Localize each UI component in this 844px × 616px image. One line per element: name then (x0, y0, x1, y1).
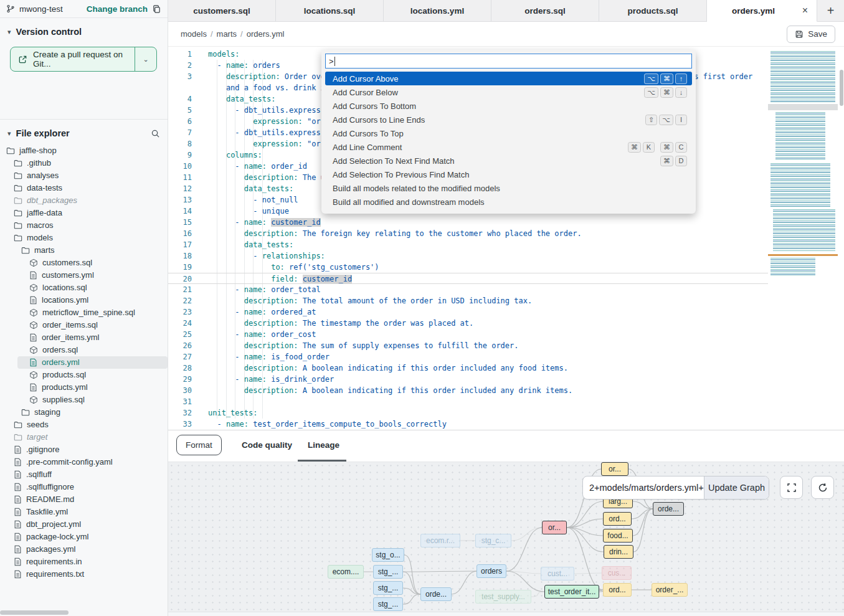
graph-node-stg_o[interactable]: stg_o... (372, 548, 404, 562)
code-line-23[interactable]: 23 - name: ordered_at (168, 306, 768, 318)
folder-item-macros[interactable]: macros (0, 219, 168, 232)
line-number[interactable]: 15 (168, 217, 192, 228)
code-line-24[interactable]: 24 description: The timestamp the order … (168, 318, 768, 329)
graph-node-or[interactable]: or... (542, 521, 567, 534)
graph-node-cus[interactable]: cus... (602, 566, 632, 580)
graph-node-stg_c[interactable]: stg_c... (475, 534, 511, 547)
file-item-requirements.txt[interactable]: requirements.txt (0, 568, 168, 580)
tab-orders.yml[interactable]: orders.yml× (707, 0, 817, 22)
line-number[interactable]: 10 (168, 161, 192, 172)
tab-locations.sql[interactable]: locations.sql (276, 0, 384, 21)
folder-item-target[interactable]: target (0, 431, 168, 443)
line-number[interactable]: 22 (168, 295, 192, 306)
code-line-16[interactable]: 16 description: The foreign key relating… (168, 228, 768, 239)
graph-node-orde[interactable]: orde... (653, 502, 684, 516)
tab-code-quality[interactable]: Code quality (242, 430, 292, 460)
graph-node-or[interactable]: or... (601, 462, 628, 476)
graph-node-ord[interactable]: ord... (603, 512, 632, 526)
folder-item-models[interactable]: models (0, 232, 168, 244)
line-number[interactable]: 23 (168, 306, 192, 318)
code-line-27[interactable]: 27 - name: is_food_order (168, 351, 768, 362)
tab-products.sql[interactable]: products.sql (599, 0, 707, 21)
file-item-products.sql[interactable]: products.sql (0, 369, 168, 381)
line-number[interactable]: 6 (168, 116, 192, 127)
tab-customers.sql[interactable]: customers.sql (168, 0, 276, 21)
graph-node-test_supply[interactable]: test_supply... (475, 590, 531, 604)
line-number[interactable]: 11 (168, 172, 192, 183)
code-editor[interactable]: 1models:2 - name: orders3 description: O… (168, 47, 844, 430)
file-item-orders.sql[interactable]: orders.sql (0, 344, 168, 356)
line-number[interactable]: 25 (168, 329, 192, 340)
file-item-products.yml[interactable]: products.yml (0, 381, 168, 394)
graph-node-stg_[interactable]: stg_... (373, 581, 403, 595)
line-number[interactable]: 27 (168, 351, 192, 362)
add-tab-button[interactable]: + (817, 0, 844, 21)
line-number[interactable]: 19 (168, 262, 192, 273)
graph-node-order_[interactable]: order_... (652, 583, 688, 597)
folder-item-jaffle-shop[interactable]: jaffle-shop (0, 145, 168, 157)
palette-item[interactable]: Add Cursors To Bottom (325, 99, 692, 113)
line-number[interactable]: 24 (168, 318, 192, 329)
palette-item[interactable]: Add Selection To Previous Find Match (325, 168, 692, 181)
chevron-down-icon[interactable]: ▾ (7, 130, 11, 138)
save-button[interactable]: Save (787, 26, 835, 43)
line-number[interactable]: 2 (168, 60, 192, 71)
file-item-README.md[interactable]: README.md (0, 493, 168, 506)
line-number[interactable]: 12 (168, 183, 192, 194)
lineage-filter-input[interactable]: 2+models/marts/orders.yml+ (583, 476, 704, 499)
code-line-20[interactable]: 20 field: customer_id (168, 273, 768, 284)
graph-node-ord[interactable]: ord... (603, 583, 632, 597)
file-item-order_items.sql[interactable]: order_items.sql (0, 319, 168, 331)
graph-node-test_order_it[interactable]: test_order_it... (544, 585, 599, 599)
line-number[interactable]: 28 (168, 362, 192, 374)
editor-scrollbar[interactable] (840, 47, 844, 430)
tab-lineage[interactable]: Lineage (308, 430, 339, 460)
line-number[interactable]: 26 (168, 340, 192, 351)
file-item-Taskfile.yml[interactable]: Taskfile.yml (0, 506, 168, 518)
breadcrumb-part[interactable]: models (181, 29, 207, 39)
file-item-customers.yml[interactable]: customers.yml (0, 269, 168, 282)
line-number[interactable]: 5 (168, 105, 192, 116)
file-item-orders.yml[interactable]: orders.yml (17, 356, 168, 369)
copy-icon[interactable] (152, 4, 161, 14)
code-line-19[interactable]: 19 to: ref('stg_customers') (168, 262, 768, 273)
code-line-25[interactable]: 25 - name: order_cost (168, 329, 768, 340)
folder-item-marts[interactable]: marts (0, 244, 168, 257)
close-icon[interactable]: × (802, 5, 808, 16)
breadcrumb[interactable]: models/marts/orders.yml (181, 29, 284, 39)
line-number[interactable]: 30 (168, 385, 192, 396)
line-number[interactable]: 7 (168, 127, 192, 138)
graph-node-orders[interactable]: orders (477, 564, 506, 578)
file-item-.sqlfluff[interactable]: .sqlfluff (0, 468, 168, 481)
folder-item-dbt_packages[interactable]: dbt_packages (0, 194, 168, 207)
graph-node-stg_[interactable]: stg_... (373, 597, 403, 611)
scrollbar-thumb[interactable] (840, 70, 843, 106)
graph-node-ecom[interactable]: ecom.... (328, 565, 364, 579)
file-item-metricflow_time_spine.sql[interactable]: metricflow_time_spine.sql (0, 306, 168, 319)
file-item-packages.yml[interactable]: packages.yml (0, 543, 168, 556)
line-number[interactable]: 9 (168, 149, 192, 161)
palette-item[interactable]: Build all models related to the modified… (325, 181, 692, 195)
code-line-28[interactable]: 28 description: A boolean indicating if … (168, 362, 768, 374)
command-palette-input[interactable]: > (325, 54, 692, 69)
code-line-30[interactable]: 30 description: A boolean indicating if … (168, 385, 768, 396)
line-number[interactable]: 18 (168, 250, 192, 262)
folder-item-jaffle-data[interactable]: jaffle-data (0, 207, 168, 219)
code-line-31[interactable]: 31 (168, 396, 768, 407)
line-number[interactable]: 16 (168, 228, 192, 239)
file-item-locations.sql[interactable]: locations.sql (0, 282, 168, 294)
code-line-15[interactable]: 15 - name: customer_id (168, 217, 768, 228)
code-line-17[interactable]: 17 data_tests: (168, 239, 768, 250)
line-number[interactable]: 31 (168, 396, 192, 407)
file-item-customers.sql[interactable]: customers.sql (0, 257, 168, 269)
line-number[interactable]: 8 (168, 138, 192, 149)
code-line-32[interactable]: 32unit_tests: (168, 407, 768, 419)
line-number[interactable]: 14 (168, 206, 192, 217)
file-item-supplies.sql[interactable]: supplies.sql (0, 394, 168, 406)
palette-item[interactable]: Add Cursor Above⌥⌘↑ (325, 72, 692, 85)
line-number[interactable]: 33 (168, 419, 192, 430)
change-branch-link[interactable]: Change branch (87, 4, 148, 14)
palette-item[interactable]: Build all modified and downstream models (325, 195, 692, 209)
update-graph-button[interactable]: Update Graph (704, 476, 769, 499)
line-number[interactable]: 17 (168, 239, 192, 250)
